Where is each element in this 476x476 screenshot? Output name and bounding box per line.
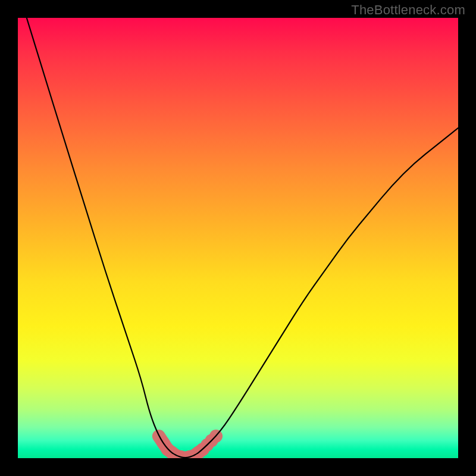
curve-highlight-beads [156, 430, 223, 458]
chart-frame: TheBottleneck.com [0, 0, 476, 476]
plot-svg [18, 18, 458, 458]
watermark-text: TheBottleneck.com [351, 2, 465, 18]
bottleneck-curve [27, 18, 458, 458]
plot-area [18, 18, 458, 458]
